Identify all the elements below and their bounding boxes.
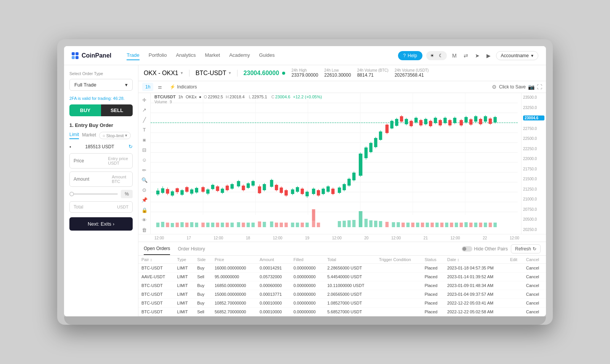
svg-rect-164 [211, 223, 214, 227]
cell-filled: 0.00000000 [291, 281, 324, 290]
svg-rect-180 [296, 223, 299, 227]
chart-type-btn[interactable]: ⚌ [155, 83, 165, 91]
m-icon[interactable]: M [451, 52, 458, 59]
svg-rect-162 [201, 223, 204, 227]
svg-rect-74 [296, 187, 299, 192]
cell-date: 2023-01-14 01:39:52 AM [444, 273, 507, 281]
amount-input[interactable] [74, 176, 112, 182]
settings-icon[interactable]: ⚙ [492, 84, 497, 90]
lock-tool[interactable]: 🔒 [140, 206, 149, 214]
cursor-tool[interactable]: ↗ [140, 106, 149, 114]
nav-portfolio[interactable]: Portfolio [149, 51, 167, 60]
order-type-select[interactable]: Full Trade ▾ [69, 79, 133, 91]
total-field[interactable]: Total USDT [69, 201, 133, 213]
cell-cancel[interactable]: Cancel [523, 308, 546, 316]
account-button[interactable]: Accountname ▾ [496, 51, 538, 60]
rect-tool[interactable]: ⊟ [140, 146, 149, 154]
youtube-icon[interactable]: ▶ [485, 52, 492, 59]
svg-rect-198 [406, 223, 409, 227]
chart-svg-area [151, 93, 546, 234]
chart-ohlc-info: BTC/USDT 1h OKEx ● O22992.5 H23018.4 L22… [154, 95, 322, 104]
cell-total: 2.28656000 USDT [324, 264, 376, 273]
sidebar: Select Order Type Full Trade ▾ 2FA is va… [64, 65, 138, 316]
svg-rect-146 [479, 119, 482, 124]
order-history-tab[interactable]: Order History [178, 243, 205, 255]
send-icon[interactable]: ➤ [474, 52, 481, 59]
nav-academy[interactable]: Academy [229, 51, 250, 60]
price-field[interactable]: Entry price USDT [69, 153, 133, 168]
svg-rect-44 [216, 186, 219, 191]
pencil-tool[interactable]: ✏ [140, 166, 149, 174]
light-mode-btn[interactable]: ☀ [429, 52, 436, 59]
buy-tab[interactable]: BUY [69, 104, 101, 116]
percentage-slider[interactable] [69, 193, 118, 195]
svg-rect-24 [166, 189, 169, 194]
refresh-button[interactable]: Refresh ↻ [511, 244, 541, 253]
exchange-select[interactable]: OKX - OKX1 ▾ [144, 70, 189, 77]
nav-guides[interactable]: Guides [259, 51, 274, 60]
retweet-icon[interactable]: ⇄ [462, 52, 470, 59]
theme-toggle[interactable]: ☀ ☾ [426, 51, 447, 60]
svg-rect-166 [221, 223, 224, 227]
time-axis: 12:00 17 12:00 18 12:00 19 12:00 20 12:0… [138, 234, 546, 242]
cell-edit [507, 290, 523, 299]
timeframe-1h-btn[interactable]: 1h [142, 83, 153, 91]
svg-rect-72 [291, 189, 294, 194]
magnet-tool[interactable]: ⊙ [140, 186, 149, 194]
price-input[interactable] [74, 158, 108, 164]
svg-rect-124 [424, 119, 427, 124]
cell-cancel[interactable]: Cancel [523, 290, 546, 299]
svg-rect-156 [171, 223, 174, 227]
help-button[interactable]: ? Help [398, 51, 422, 60]
cell-cancel[interactable]: Cancel [523, 273, 546, 281]
open-orders-tab[interactable]: Open Orders [144, 243, 170, 255]
fibonacci-tool[interactable]: ⋇ [140, 136, 149, 144]
toggle-switch[interactable] [462, 246, 472, 252]
cell-side: Buy [194, 264, 212, 273]
amount-field[interactable]: Amount BTC [69, 172, 133, 187]
cell-type: LIMIT [174, 299, 194, 308]
camera-icon[interactable]: 📷 [528, 84, 535, 90]
indicators-btn[interactable]: ⚡ Indicators [167, 83, 200, 91]
zoom-tool[interactable]: 🔍 [140, 176, 149, 184]
click-to-save-btn[interactable]: Click to Save [499, 84, 526, 90]
market-tab[interactable]: Market [82, 132, 96, 139]
crosshair-tool[interactable]: ✛ [140, 96, 149, 104]
dark-mode-btn[interactable]: ☾ [437, 52, 445, 59]
nav-market[interactable]: Market [205, 51, 220, 60]
next-exits-button[interactable]: Next: Exits › [69, 217, 133, 231]
svg-rect-154 [161, 222, 164, 227]
nav-trade[interactable]: Trade [127, 51, 139, 60]
cell-trigger [376, 281, 422, 290]
svg-rect-82 [317, 190, 320, 196]
svg-rect-159 [185, 223, 188, 227]
svg-rect-114 [400, 116, 403, 122]
hide-others-toggle[interactable]: Hide Other Pairs [462, 246, 508, 252]
text-tool[interactable]: T [140, 126, 149, 134]
exchange-name: OKX - OKX1 [144, 70, 178, 77]
eye-tool[interactable]: 👁 [140, 216, 149, 224]
svg-rect-199 [411, 223, 414, 227]
sell-tab[interactable]: SELL [101, 104, 133, 116]
cell-cancel[interactable]: Cancel [523, 264, 546, 273]
cell-date: 2023-01-09 01:48:34 AM [444, 281, 507, 290]
cell-side: Sell [194, 308, 212, 316]
fullscreen-icon[interactable]: ⛶ [537, 84, 542, 90]
trend-line-tool[interactable]: ╱ [140, 116, 149, 124]
svg-rect-20 [156, 191, 159, 194]
cell-cancel[interactable]: Cancel [523, 299, 546, 308]
pair-select[interactable]: BTC-USDT ▾ [196, 70, 238, 77]
trash-tool[interactable]: 🗑 [140, 226, 149, 234]
pin-tool[interactable]: 📌 [140, 196, 149, 204]
cell-date: 2023-01-04 09:37:57 AM [444, 290, 507, 299]
nav-analytics[interactable]: Analytics [176, 51, 196, 60]
svg-rect-62 [263, 184, 266, 190]
emoji-tool[interactable]: ☺ [140, 156, 149, 164]
limit-tab[interactable]: Limit [69, 132, 79, 139]
cell-cancel[interactable]: Cancel [523, 281, 546, 290]
svg-rect-193 [312, 221, 315, 227]
svg-rect-152 [493, 117, 496, 122]
cell-date: 2022-12-22 05:03:41 AM [444, 299, 507, 308]
stop-limit-tab[interactable]: ○ Stop-limit ▾ [99, 132, 131, 139]
balance-refresh-btn[interactable]: ↻ [128, 144, 133, 149]
